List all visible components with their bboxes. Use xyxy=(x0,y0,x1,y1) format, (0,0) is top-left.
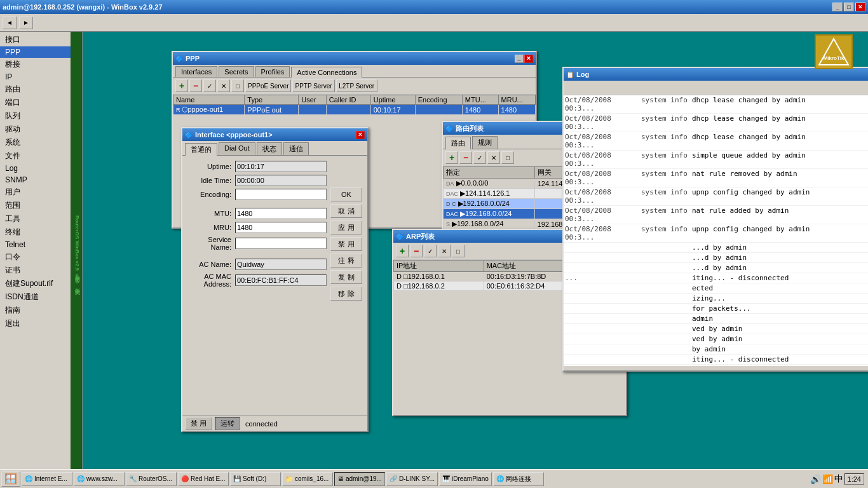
taskbar-item-www[interactable]: 🌐 www.szw... xyxy=(74,472,125,486)
taskbar-item-ie[interactable]: 🌐 Internet E... xyxy=(22,472,72,486)
sidebar-item-system[interactable]: 系统 ► xyxy=(0,136,82,149)
sidebar-item-ip[interactable]: IP ► xyxy=(0,71,82,83)
ppp-cross-button[interactable]: ✕ xyxy=(217,79,230,92)
tab-secrets[interactable]: Secrets xyxy=(219,66,254,77)
iface-title-bar[interactable]: 🔷 Interface <pppoe-out1> ✕ xyxy=(182,128,367,141)
sidebar-item-telnet[interactable]: Telnet xyxy=(0,239,82,250)
status-running-tab[interactable]: 运转 xyxy=(215,417,240,430)
sidebar-item-user[interactable]: 用户 xyxy=(0,186,82,199)
route-check-button[interactable]: ✓ xyxy=(473,151,486,164)
route-remove-button[interactable]: − xyxy=(459,151,472,164)
sidebar-item-password[interactable]: 口令 xyxy=(0,250,82,264)
iface-content: 普通的 Dial Out 状态 通信 Uptime: Idle Time: xyxy=(182,141,367,431)
pppoe-server-button[interactable]: PPPoE Server xyxy=(245,79,291,92)
iface-tab-status[interactable]: 状态 xyxy=(257,142,282,155)
sidebar-item-queue[interactable]: 队列 xyxy=(0,109,82,123)
taskbar-item-soft[interactable]: 💾 Soft (D:) xyxy=(230,472,281,486)
tray-icon-sound[interactable]: 🔊 xyxy=(810,474,821,484)
tab-profiles[interactable]: Profiles xyxy=(255,66,290,77)
ac-name-input[interactable] xyxy=(235,259,327,270)
taskbar-item-redhat[interactable]: 🔴 Red Hat E... xyxy=(178,472,229,486)
ac-mac-input[interactable] xyxy=(235,274,327,286)
copy-button[interactable]: 复 制 xyxy=(330,270,362,284)
forward-button[interactable]: ► xyxy=(19,17,33,29)
back-button[interactable]: ◄ xyxy=(3,17,17,29)
taskbar-item-piano[interactable]: 🎹 iDreamPiano xyxy=(439,472,492,486)
sidebar-item-isdn[interactable]: ISDN通道 xyxy=(0,290,82,304)
sidebar-item-ppp[interactable]: PPP xyxy=(0,46,82,58)
routeros-icon: 🔧 xyxy=(129,475,137,482)
ppp-check-button[interactable]: ✓ xyxy=(203,79,216,92)
sidebar-item-port[interactable]: 端口 xyxy=(0,96,82,109)
ppp-remove-button[interactable]: − xyxy=(189,79,202,92)
sidebar-item-guide[interactable]: 指南 xyxy=(0,304,82,317)
minimize-button[interactable]: _ xyxy=(832,3,843,11)
sidebar-item-bridge[interactable]: 桥接 xyxy=(0,58,82,71)
log-row: ected xyxy=(564,283,868,294)
disable-button[interactable]: 禁 用 xyxy=(330,237,362,251)
arp-copy-button[interactable]: □ xyxy=(452,245,465,257)
sidebar-item-supout[interactable]: 创建Supout.rif xyxy=(0,277,82,290)
arp-add-button[interactable]: + xyxy=(396,245,409,257)
arp-check-button[interactable]: ✓ xyxy=(424,245,437,257)
sidebar-item-terminal[interactable]: 终端 xyxy=(0,226,82,239)
remove-button[interactable]: 移 除 xyxy=(330,287,362,301)
ppp-close-button[interactable]: ✕ xyxy=(524,55,533,63)
log-title-bar[interactable]: 📋 Log _ ✕ xyxy=(564,68,868,81)
sidebar-item-route[interactable]: 路由 ► xyxy=(0,83,82,96)
iface-close-button[interactable]: ✕ xyxy=(356,131,365,139)
main-area: MikroTik 🔷 PPP _ ✕ Interfaces Secrets Pr xyxy=(83,32,868,469)
taskbar-tray: 🔊 📶 中 1:24 xyxy=(810,473,867,485)
route-copy-button[interactable]: □ xyxy=(501,151,514,164)
ppp-copy-button[interactable]: □ xyxy=(231,79,244,92)
iface-tab-general[interactable]: 普通的 xyxy=(185,143,217,156)
l2tp-server-button[interactable]: L2TP Server xyxy=(336,79,377,92)
mtu-input[interactable] xyxy=(235,208,327,219)
sidebar-item-range[interactable]: 范围 xyxy=(0,199,82,212)
tab-active-connections[interactable]: Active Connections xyxy=(291,67,362,78)
tray-icon-lang[interactable]: 中 xyxy=(834,473,843,485)
service-name-input[interactable] xyxy=(235,238,327,249)
encoding-input[interactable] xyxy=(235,189,327,200)
route-tab-rules[interactable]: 规则 xyxy=(472,136,498,149)
sidebar-item-file[interactable]: 文件 xyxy=(0,149,82,163)
pptp-server-button[interactable]: PPTP Server xyxy=(292,79,334,92)
table-row[interactable]: R⬡pppoe-out1 PPPoE out 00:10:17 1480 148… xyxy=(173,105,536,115)
idle-time-input[interactable] xyxy=(235,175,327,186)
taskbar-item-comiis[interactable]: 📁 comiis_16... xyxy=(282,472,333,486)
arp-cross-button[interactable]: ✕ xyxy=(438,245,451,257)
sidebar-item-exit[interactable]: 退出 xyxy=(0,317,82,330)
ppp-col-uptime: Uptime xyxy=(370,95,415,105)
route-cross-button[interactable]: ✕ xyxy=(487,151,500,164)
sidebar-item-snmp[interactable]: SNMP xyxy=(0,174,82,186)
sidebar-item-cert[interactable]: 证书 xyxy=(0,264,82,277)
sidebar-item-tools[interactable]: 工具 ► xyxy=(0,212,82,226)
cancel-button[interactable]: 取 消 xyxy=(330,204,362,218)
sidebar-item-driver[interactable]: 驱动 xyxy=(0,123,82,136)
start-button[interactable]: 🪟 xyxy=(1,471,20,487)
iface-tab-traffic[interactable]: 通信 xyxy=(283,142,309,155)
route-add-button[interactable]: + xyxy=(445,151,458,164)
mru-input[interactable] xyxy=(235,222,327,233)
maximize-button[interactable]: □ xyxy=(844,3,854,11)
apply-button[interactable]: 应 用 xyxy=(330,220,362,234)
tab-interfaces[interactable]: Interfaces xyxy=(175,66,217,77)
ppp-add-button[interactable]: + xyxy=(175,79,188,92)
sidebar-item-interface[interactable]: 接口 xyxy=(0,33,82,46)
taskbar-item-dlink[interactable]: 🔗 D-LINK SY... xyxy=(386,472,438,486)
ppp-title-bar[interactable]: 🔷 PPP _ ✕ xyxy=(173,52,536,65)
comment-button[interactable]: 注 释 xyxy=(330,254,362,268)
uptime-input[interactable] xyxy=(235,161,327,172)
tray-icon-network[interactable]: 📶 xyxy=(822,474,833,484)
status-disable-tab[interactable]: 禁 用 xyxy=(185,417,212,430)
arp-remove-button[interactable]: − xyxy=(410,245,423,257)
iface-tab-dialout[interactable]: Dial Out xyxy=(219,142,255,155)
close-button[interactable]: ✕ xyxy=(855,3,865,11)
taskbar-item-network[interactable]: 🌐 网络连接 xyxy=(493,472,544,486)
route-tab-routes[interactable]: 路由 xyxy=(445,137,471,149)
ppp-min-button[interactable]: _ xyxy=(515,55,524,63)
taskbar-item-routeros[interactable]: 🔧 RouterOS... xyxy=(126,472,177,486)
ok-button[interactable]: OK xyxy=(330,187,362,201)
taskbar-item-admin[interactable]: 🖥 admin@19... xyxy=(334,472,385,486)
sidebar-item-log[interactable]: Log xyxy=(0,163,82,174)
